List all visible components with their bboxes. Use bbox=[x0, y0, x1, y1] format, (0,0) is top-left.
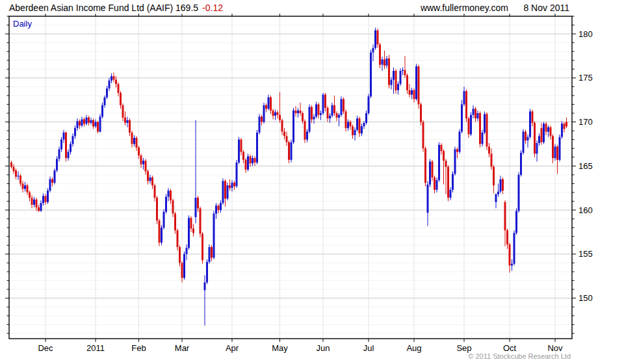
svg-text:Jun: Jun bbox=[317, 343, 330, 353]
instrument-title: Aberdeen Asian Income Fund Ltd (AAIF) 16… bbox=[9, 3, 198, 13]
chart-page: Aberdeen Asian Income Fund Ltd (AAIF) 16… bbox=[0, 0, 624, 364]
frequency-label: Daily bbox=[13, 19, 32, 29]
svg-text:Oct: Oct bbox=[503, 343, 517, 353]
svg-text:Sep: Sep bbox=[456, 343, 471, 353]
svg-text:May: May bbox=[272, 343, 288, 353]
price-change: -0.12 bbox=[202, 3, 223, 13]
svg-text:180: 180 bbox=[578, 29, 593, 39]
svg-text:170: 170 bbox=[578, 117, 593, 127]
svg-text:175: 175 bbox=[578, 73, 593, 83]
page-title: Aberdeen Asian Income Fund Ltd (AAIF) 16… bbox=[9, 3, 223, 13]
svg-text:160: 160 bbox=[578, 205, 593, 215]
report-date: 8 Nov 2011 bbox=[523, 3, 569, 13]
svg-text:2011: 2011 bbox=[86, 343, 105, 353]
copyright-label: © 2011 Stockcube Research Ltd bbox=[468, 352, 571, 360]
grid-layer bbox=[9, 16, 572, 339]
candlestick-chart: 150155160165170175180Dec2011FebMarAprMay… bbox=[0, 0, 624, 364]
svg-text:Jul: Jul bbox=[363, 343, 374, 353]
svg-text:155: 155 bbox=[578, 249, 593, 259]
site-url: www.fullermoney.com bbox=[421, 3, 508, 13]
svg-text:Feb: Feb bbox=[131, 343, 146, 353]
svg-text:Mar: Mar bbox=[175, 343, 190, 353]
svg-text:Nov: Nov bbox=[547, 343, 563, 353]
svg-text:Dec: Dec bbox=[38, 343, 53, 353]
svg-text:Aug: Aug bbox=[406, 343, 421, 353]
svg-text:165: 165 bbox=[578, 161, 593, 171]
svg-text:150: 150 bbox=[578, 293, 593, 303]
svg-text:Apr: Apr bbox=[226, 343, 239, 353]
